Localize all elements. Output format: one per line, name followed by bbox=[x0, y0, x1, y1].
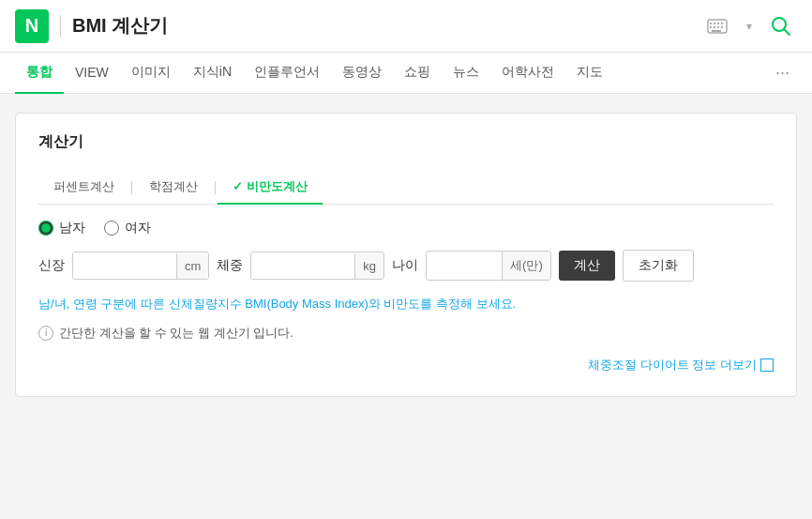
main-content: 계산기 퍼센트계산 학점계산 ✓비만도계산 남자 여자 신장 bbox=[0, 94, 812, 416]
naver-logo: N bbox=[15, 9, 49, 43]
radio-female-label[interactable]: 여자 bbox=[104, 220, 151, 237]
svg-rect-1 bbox=[710, 23, 712, 24]
weight-label: 체중 bbox=[217, 257, 243, 274]
weight-unit: kg bbox=[354, 253, 383, 279]
svg-rect-5 bbox=[710, 26, 712, 28]
header-icons: ▾ bbox=[701, 12, 797, 40]
calculate-button[interactable]: 계산 bbox=[559, 251, 615, 281]
svg-rect-4 bbox=[721, 23, 723, 24]
note-text: 간단한 계산을 할 수 있는 웹 계산기 입니다. bbox=[59, 325, 293, 342]
nav-item-이미지[interactable]: 이미지 bbox=[120, 53, 182, 94]
header-title: BMI 계산기 bbox=[72, 13, 701, 38]
height-input[interactable] bbox=[73, 252, 176, 279]
radio-female-text: 여자 bbox=[125, 220, 151, 237]
nav-item-어학사전[interactable]: 어학사전 bbox=[490, 53, 565, 94]
radio-female[interactable] bbox=[104, 221, 119, 236]
dropdown-button[interactable]: ▾ bbox=[741, 16, 758, 37]
svg-rect-2 bbox=[714, 23, 715, 24]
external-link-icon bbox=[760, 359, 774, 372]
svg-rect-9 bbox=[712, 30, 721, 32]
search-button[interactable] bbox=[765, 12, 797, 40]
more-link[interactable]: 체중조절 다이어트 정보 더보기 bbox=[588, 357, 757, 374]
keyboard-icon bbox=[707, 19, 728, 34]
tab-divider-2 bbox=[215, 181, 216, 194]
gender-radio-group: 남자 여자 bbox=[38, 220, 774, 237]
tab-percent[interactable]: 퍼센트계산 bbox=[38, 171, 129, 205]
more-link-row: 체중조절 다이어트 정보 더보기 bbox=[38, 357, 774, 374]
height-unit: cm bbox=[176, 253, 208, 279]
radio-male-label[interactable]: 남자 bbox=[38, 220, 85, 237]
keyboard-button[interactable] bbox=[701, 15, 733, 38]
header-divider bbox=[60, 15, 61, 38]
svg-rect-8 bbox=[721, 26, 723, 28]
nav-more-button[interactable]: ··· bbox=[768, 53, 797, 94]
tab-grade[interactable]: 학점계산 bbox=[134, 171, 213, 205]
nav-item-인플루언서[interactable]: 인플루언서 bbox=[243, 53, 331, 94]
calculator-section-title: 계산기 bbox=[38, 132, 774, 152]
svg-rect-3 bbox=[717, 23, 719, 24]
radio-male[interactable] bbox=[38, 221, 53, 236]
tab-bmi[interactable]: ✓비만도계산 bbox=[218, 171, 323, 205]
nav-item-지도[interactable]: 지도 bbox=[565, 53, 614, 94]
svg-rect-6 bbox=[714, 26, 715, 28]
calc-tabs: 퍼센트계산 학점계산 ✓비만도계산 bbox=[38, 171, 774, 205]
note-row: i 간단한 계산을 할 수 있는 웹 계산기 입니다. bbox=[38, 325, 774, 342]
nav-item-통합[interactable]: 통합 bbox=[15, 53, 64, 94]
age-input-group: 세(만) bbox=[426, 251, 551, 281]
nav-bar: 통합 VIEW 이미지 지식iN 인플루언서 동영상 쇼핑 뉴스 어학사전 지도… bbox=[0, 53, 812, 94]
age-input[interactable] bbox=[427, 252, 502, 279]
radio-male-text: 남자 bbox=[59, 220, 85, 237]
info-text: 남/녀, 연령 구분에 따른 신체질량지수 BMI(Body Mass Inde… bbox=[38, 295, 774, 313]
svg-rect-7 bbox=[717, 26, 719, 28]
height-label: 신장 bbox=[38, 257, 65, 274]
age-unit: 세(만) bbox=[502, 252, 550, 280]
weight-input-group: kg bbox=[250, 252, 384, 280]
search-icon bbox=[771, 16, 791, 37]
tab-bmi-check-icon: ✓ bbox=[233, 179, 243, 193]
nav-item-쇼핑[interactable]: 쇼핑 bbox=[393, 53, 442, 94]
info-icon: i bbox=[38, 326, 53, 341]
nav-item-뉴스[interactable]: 뉴스 bbox=[442, 53, 490, 94]
tab-divider-1 bbox=[131, 181, 132, 194]
svg-line-11 bbox=[784, 29, 789, 35]
calculator-box: 계산기 퍼센트계산 학점계산 ✓비만도계산 남자 여자 신장 bbox=[15, 113, 797, 397]
reset-button[interactable]: 초기화 bbox=[623, 250, 694, 282]
nav-item-지식in[interactable]: 지식iN bbox=[182, 53, 243, 94]
age-label: 나이 bbox=[392, 257, 418, 274]
input-row: 신장 cm 체중 kg 나이 세(만) 계산 초기화 bbox=[38, 250, 774, 282]
nav-item-view[interactable]: VIEW bbox=[64, 53, 120, 94]
height-input-group: cm bbox=[72, 252, 209, 280]
nav-item-동영상[interactable]: 동영상 bbox=[331, 53, 393, 94]
header: N BMI 계산기 ▾ bbox=[0, 0, 812, 53]
dropdown-icon: ▾ bbox=[746, 20, 752, 33]
weight-input[interactable] bbox=[251, 252, 354, 279]
